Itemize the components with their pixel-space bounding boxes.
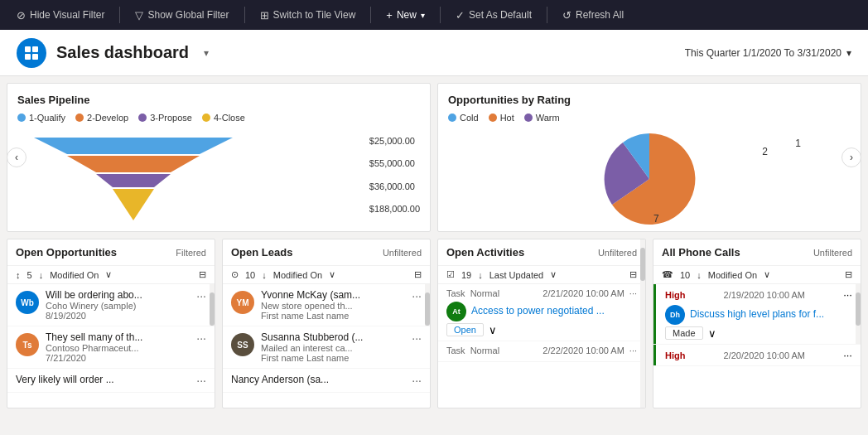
made-button[interactable]: Made [665, 326, 703, 340]
legend-item-qualify: 1-Qualify [17, 113, 65, 123]
svg-rect-3 [32, 54, 38, 60]
sales-pipeline-legend: 1-Qualify 2-Develop 3-Propose 4-Close [17, 113, 420, 123]
avatar: SS [231, 333, 254, 356]
sort-chevron-icon: ∨ [550, 269, 557, 280]
switch-to-tile-button[interactable]: ⊞ Switch to Tile View [252, 6, 364, 25]
list-item: SS Susanna Stubberod (... Mailed an inte… [223, 326, 430, 369]
toolbar-divider-5 [547, 7, 547, 23]
charts-row: ‹ Sales Pipeline 1-Qualify 2-Develop 3-P… [7, 83, 861, 232]
opp-rating-legend: Cold Hot Warm [448, 113, 851, 123]
chevron-down-icon: ∨ [489, 324, 497, 336]
legend-dot-close [202, 114, 210, 122]
count-down-icon: ↓ [478, 270, 483, 280]
checkmark-icon: ✓ [456, 9, 465, 22]
more-icon[interactable]: ··· [412, 289, 422, 302]
legend-dot-propose [138, 114, 147, 122]
sort-chevron-icon: ∨ [764, 269, 770, 280]
quarter-filter[interactable]: This Quarter 1/1/2020 To 3/31/2020 ▾ [685, 47, 851, 59]
open-activities-card: Open Activities Unfiltered ☑ 19 ↓ Last U… [437, 239, 646, 408]
pie-label-1: 1 [795, 138, 801, 149]
legend-item-cold: Cold [448, 113, 479, 123]
more-icon[interactable]: ··· [196, 331, 206, 345]
phone-item: High 2/20/2020 10:00 AM ··· [653, 345, 861, 366]
list-item: Nancy Anderson (sa... ··· [223, 369, 430, 393]
open-opp-subheader: ↕ 5 ↓ Modified On ∨ ⊟ [7, 266, 215, 284]
more-icon[interactable]: ··· [629, 288, 637, 298]
show-global-filter-button[interactable]: ▽ Show Global Filter [127, 6, 237, 25]
main-content: ‹ Sales Pipeline 1-Qualify 2-Develop 3-P… [0, 76, 868, 435]
toolbar-divider-1 [119, 7, 120, 23]
opp-rating-title: Opportunities by Rating [448, 94, 851, 106]
open-leads-badge: Unfiltered [383, 248, 422, 258]
sort-chevron-icon: ∨ [329, 269, 335, 280]
open-opp-badge: Filtered [176, 248, 206, 258]
avatar: At [446, 302, 466, 321]
sort-chevron-icon: ∨ [105, 269, 112, 280]
more-icon[interactable]: ··· [629, 346, 637, 355]
legend-dot-develop [75, 114, 84, 122]
sort-icon: ↕ [16, 270, 21, 280]
set-as-default-button[interactable]: ✓ Set As Default [447, 6, 540, 25]
global-filter-icon: ▽ [135, 9, 143, 22]
filter-icon: ⊘ [17, 9, 26, 22]
list-item: Ts They sell many of th... Contoso Pharm… [7, 326, 215, 369]
open-activities-title: Open Activities [446, 246, 524, 259]
chevron-down-icon: ∨ [708, 327, 716, 340]
pie-label-2: 2 [762, 146, 768, 157]
phone-item: High 2/19/2020 10:00 AM ··· Dh Discuss h… [653, 284, 861, 345]
legend-item-close: 4-Close [202, 113, 245, 123]
open-opp-header: Open Opportunities Filtered [7, 239, 215, 266]
more-icon[interactable]: ··· [412, 374, 422, 387]
avatar: Ts [16, 333, 39, 356]
title-chevron-icon[interactable]: ▾ [204, 47, 209, 59]
legend-dot-hot [489, 114, 497, 122]
filter-list-icon[interactable]: ⊟ [199, 269, 206, 280]
funnel-svg [17, 129, 249, 220]
page-title: Sales dashboard [56, 43, 189, 62]
more-icon[interactable]: ··· [843, 288, 852, 301]
open-button[interactable]: Open [446, 323, 484, 336]
lead-icon: ⊙ [231, 269, 239, 280]
svg-marker-7 [113, 189, 154, 220]
more-icon[interactable]: ··· [196, 289, 206, 302]
more-icon[interactable]: ··· [196, 374, 206, 387]
open-activities-header: Open Activities Unfiltered [438, 239, 645, 266]
opportunities-by-rating-card: Opportunities by Rating Cold Hot Warm [437, 83, 861, 232]
refresh-icon: ↺ [562, 9, 571, 22]
legend-dot-cold [448, 114, 456, 122]
chevron-down-icon: ▾ [421, 11, 425, 20]
all-phone-calls-card: All Phone Calls Unfiltered ☎ 10 ↓ Modifi… [653, 239, 861, 408]
more-icon[interactable]: ··· [843, 349, 852, 361]
open-activities-subheader: ☑ 19 ↓ Last Updated ∨ ⊟ [438, 266, 645, 284]
phone-calls-title: All Phone Calls [662, 246, 740, 259]
count-down-icon: ↓ [262, 270, 267, 280]
nav-right-arrow[interactable]: › [841, 147, 861, 167]
phone-icon: ☎ [662, 269, 673, 280]
legend-item-warm: Warm [524, 113, 560, 123]
toolbar-divider-3 [370, 7, 371, 23]
refresh-all-button[interactable]: ↺ Refresh All [554, 6, 632, 25]
filter-list-icon[interactable]: ⊟ [845, 269, 852, 280]
more-icon[interactable]: ··· [412, 331, 422, 345]
activity-item: Task Normal 2/22/2020 10:00 AM ··· [438, 341, 645, 362]
phone-calls-badge: Unfiltered [813, 248, 852, 258]
count-down-icon: ↓ [697, 270, 702, 280]
priority-bar [653, 284, 656, 344]
list-item: Very likely will order ... ··· [7, 369, 215, 393]
cards-row: Open Opportunities Filtered ↕ 5 ↓ Modifi… [7, 239, 861, 408]
activity-icon: ☑ [446, 269, 455, 280]
avatar: Wb [16, 291, 39, 314]
svg-rect-0 [25, 46, 31, 52]
hide-visual-filter-button[interactable]: ⊘ Hide Visual Filter [8, 6, 113, 25]
filter-list-icon[interactable]: ⊟ [414, 269, 422, 280]
nav-left-arrow[interactable]: ‹ [7, 147, 27, 167]
list-item: YM Yvonne McKay (sam... New store opened… [223, 284, 430, 326]
count-down-icon: ↓ [39, 270, 44, 280]
pie-chart-container: 1 2 7 [448, 129, 851, 229]
tile-icon: ⊞ [260, 9, 269, 22]
quarter-chevron-icon: ▾ [846, 47, 851, 59]
new-button[interactable]: + New ▾ [378, 6, 433, 25]
toolbar-divider-2 [244, 7, 245, 23]
pie-label-7: 7 [653, 213, 659, 225]
filter-list-icon[interactable]: ⊟ [629, 269, 637, 280]
